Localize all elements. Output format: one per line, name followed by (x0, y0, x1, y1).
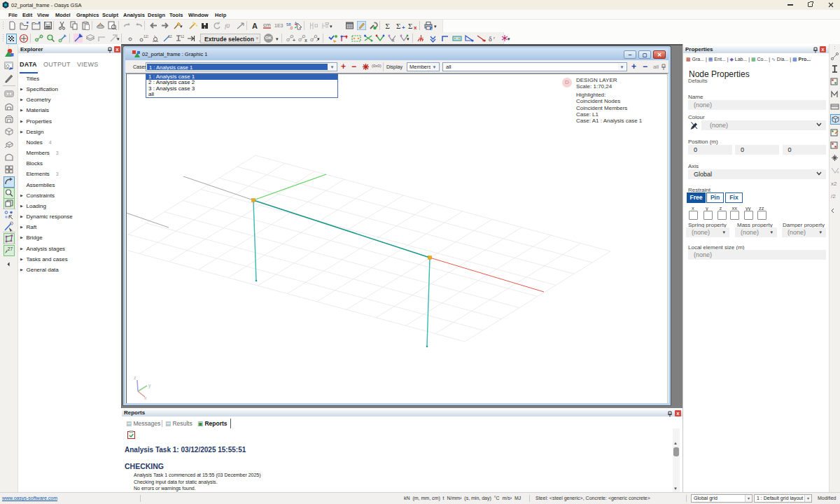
svg-text:/2: /2 (831, 193, 836, 200)
svg-text:f0: f0 (225, 22, 230, 29)
svg-text:1E3: 1E3 (274, 23, 284, 28)
svg-text:Σ: Σ (386, 22, 390, 30)
svg-text:x2: x2 (831, 181, 837, 187)
svg-text:x: x (304, 38, 307, 43)
svg-text:δ: δ (489, 35, 492, 43)
svg-text:+: + (402, 24, 405, 30)
svg-text:+: + (293, 38, 295, 43)
svg-text:x: x (414, 24, 417, 30)
svg-text:y: y (148, 383, 151, 388)
svg-text:x: x (144, 396, 147, 400)
svg-text:+: + (430, 27, 433, 30)
svg-text:A: A (252, 22, 258, 30)
svg-text:Σ: Σ (396, 22, 400, 30)
svg-text:123: 123 (168, 34, 172, 38)
svg-text:.27: .27 (6, 246, 13, 251)
svg-text:123: 123 (181, 34, 184, 38)
svg-text:z: z (134, 375, 136, 380)
svg-text:123: 123 (144, 34, 148, 38)
svg-text:x: x (392, 38, 395, 43)
svg-text:r: r (493, 36, 495, 40)
svg-text:.0: .0 (289, 26, 293, 30)
svg-text:cm: cm (263, 22, 271, 28)
svg-text:Σ: Σ (408, 22, 412, 30)
